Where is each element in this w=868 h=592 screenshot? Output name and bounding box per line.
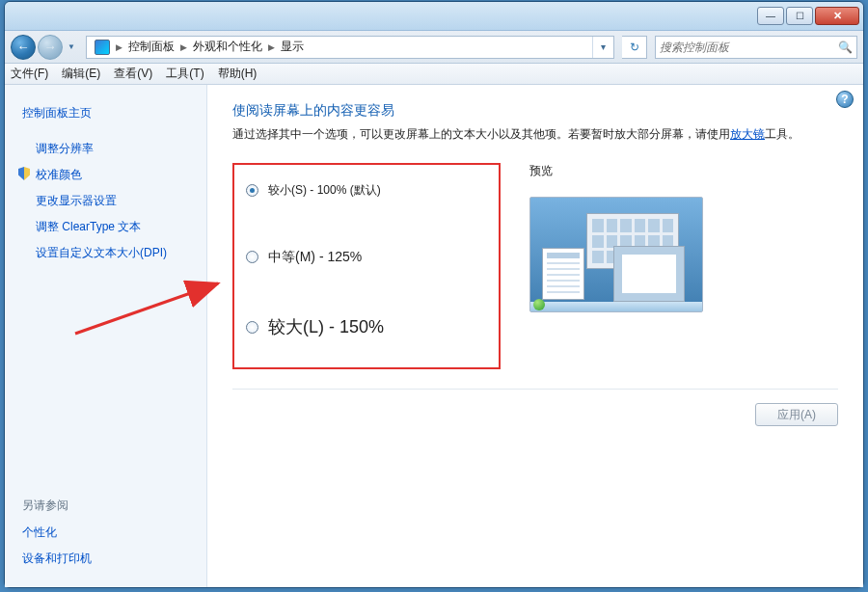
search-input[interactable] bbox=[660, 40, 838, 54]
maximize-button[interactable]: ☐ bbox=[786, 7, 813, 25]
minimize-button[interactable]: — bbox=[757, 7, 784, 25]
sidebar-link-custom-dpi[interactable]: 设置自定义文本大小(DPI) bbox=[16, 240, 195, 266]
navbar: ← → ▼ ▶ 控制面板 ▶ 外观和个性化 ▶ 显示 ▾ ↻ 🔍 bbox=[5, 31, 863, 64]
forward-button[interactable]: → bbox=[38, 35, 63, 60]
close-button[interactable]: ✕ bbox=[815, 7, 859, 25]
sidebar-link-calibrate-color[interactable]: 校准颜色 bbox=[16, 162, 195, 188]
search-box[interactable]: 🔍 bbox=[655, 36, 857, 59]
history-dropdown[interactable]: ▼ bbox=[65, 35, 78, 60]
sidebar: 控制面板主页 调整分辨率 校准颜色 更改显示器设置 调整 ClearType 文… bbox=[5, 85, 207, 587]
maximize-icon: ☐ bbox=[796, 11, 804, 21]
chevron-right-icon: ▶ bbox=[178, 42, 189, 52]
crumb-control-panel[interactable]: 控制面板 bbox=[124, 37, 178, 58]
chevron-right-icon: ▶ bbox=[114, 42, 124, 52]
dpi-label-small: 较小(S) - 100% (默认) bbox=[268, 182, 381, 199]
sidebar-see-also-head: 另请参阅 bbox=[16, 494, 195, 520]
separator bbox=[232, 389, 838, 390]
dpi-option-medium[interactable]: 中等(M) - 125% bbox=[246, 249, 487, 266]
preview-image bbox=[529, 197, 703, 312]
close-icon: ✕ bbox=[833, 10, 842, 22]
content: ? 控制面板主页 调整分辨率 校准颜色 更改显示器设置 调整 ClearType… bbox=[5, 85, 863, 587]
sidebar-home[interactable]: 控制面板主页 bbox=[16, 100, 195, 126]
preview-label: 预览 bbox=[529, 163, 838, 179]
menu-file[interactable]: 文件(F) bbox=[11, 66, 48, 82]
dpi-radio-large[interactable] bbox=[246, 321, 258, 334]
address-bar[interactable]: ▶ 控制面板 ▶ 外观和个性化 ▶ 显示 ▾ bbox=[86, 36, 614, 59]
dpi-options-group: 较小(S) - 100% (默认) 中等(M) - 125% 较大(L) - 1… bbox=[232, 163, 501, 369]
chevron-right-icon: ▶ bbox=[266, 42, 277, 52]
menu-view[interactable]: 查看(V) bbox=[114, 66, 152, 82]
main-panel: 使阅读屏幕上的内容更容易 通过选择其中一个选项，可以更改屏幕上的文本大小以及其他… bbox=[207, 85, 863, 587]
menu-help[interactable]: 帮助(H) bbox=[218, 66, 258, 82]
menu-edit[interactable]: 编辑(E) bbox=[62, 66, 100, 82]
dpi-option-small[interactable]: 较小(S) - 100% (默认) bbox=[246, 182, 487, 199]
sidebar-link-personalization[interactable]: 个性化 bbox=[16, 520, 195, 546]
magnifier-link[interactable]: 放大镜 bbox=[730, 127, 765, 141]
page-title: 使阅读屏幕上的内容更容易 bbox=[232, 102, 838, 120]
titlebar[interactable]: — ☐ ✕ bbox=[5, 2, 863, 31]
menu-tools[interactable]: 工具(T) bbox=[166, 66, 203, 82]
back-button[interactable]: ← bbox=[11, 35, 36, 60]
crumb-appearance[interactable]: 外观和个性化 bbox=[189, 37, 266, 58]
page-subtitle: 通过选择其中一个选项，可以更改屏幕上的文本大小以及其他项。若要暂时放大部分屏幕，… bbox=[232, 125, 838, 144]
address-dropdown[interactable]: ▾ bbox=[592, 37, 613, 58]
dpi-radio-small[interactable] bbox=[246, 184, 258, 197]
sidebar-link-display-settings[interactable]: 更改显示器设置 bbox=[16, 188, 195, 214]
dpi-label-medium: 中等(M) - 125% bbox=[268, 249, 362, 266]
sidebar-link-resolution[interactable]: 调整分辨率 bbox=[16, 136, 195, 162]
minimize-icon: — bbox=[766, 11, 775, 21]
dpi-label-large: 较大(L) - 150% bbox=[268, 315, 384, 338]
sidebar-link-devices-printers[interactable]: 设备和打印机 bbox=[16, 546, 195, 572]
menubar: 文件(F) 编辑(E) 查看(V) 工具(T) 帮助(H) bbox=[5, 64, 863, 85]
apply-button[interactable]: 应用(A) bbox=[755, 403, 838, 426]
subtitle-text: 通过选择其中一个选项，可以更改屏幕上的文本大小以及其他项。若要暂时放大部分屏幕，… bbox=[232, 127, 730, 141]
search-icon: 🔍 bbox=[838, 40, 853, 54]
sidebar-link-cleartype[interactable]: 调整 ClearType 文本 bbox=[16, 214, 195, 240]
crumb-display[interactable]: 显示 bbox=[277, 37, 308, 58]
dpi-radio-medium[interactable] bbox=[246, 251, 258, 263]
preview-column: 预览 bbox=[529, 163, 838, 312]
dpi-option-large[interactable]: 较大(L) - 150% bbox=[246, 315, 487, 338]
control-panel-icon[interactable] bbox=[87, 37, 114, 58]
window: — ☐ ✕ ← → ▼ ▶ 控制面板 ▶ 外观和个性化 ▶ 显示 ▾ ↻ 🔍 文… bbox=[4, 1, 864, 588]
subtitle-text-after: 工具。 bbox=[765, 127, 800, 141]
refresh-button[interactable]: ↻ bbox=[622, 36, 647, 59]
